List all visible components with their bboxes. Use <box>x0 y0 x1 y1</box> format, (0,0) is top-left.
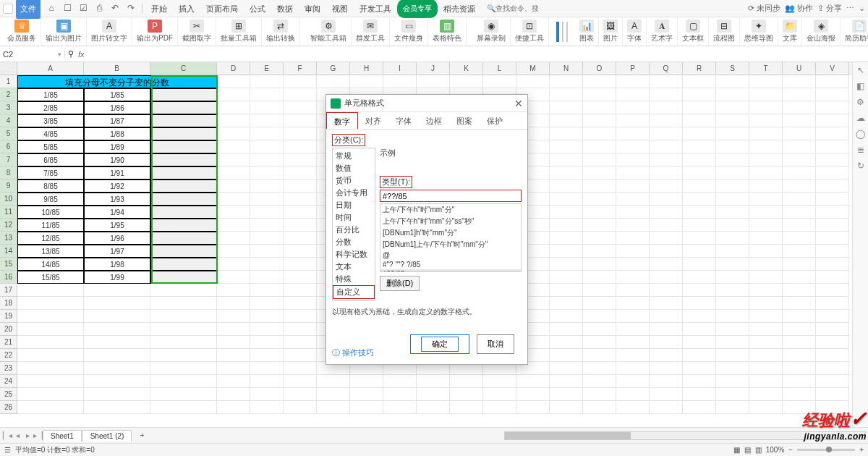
row-header[interactable]: 21 <box>0 336 17 349</box>
cell[interactable] <box>616 180 650 193</box>
cell[interactable] <box>217 153 250 166</box>
rg-resume[interactable]: 📄简历助手 <box>841 17 868 46</box>
cell[interactable] <box>616 101 650 114</box>
cell[interactable] <box>616 401 650 414</box>
cell[interactable] <box>516 375 550 388</box>
cell[interactable] <box>17 401 84 414</box>
cell[interactable] <box>217 375 250 388</box>
col-header[interactable]: J <box>417 62 450 75</box>
cell[interactable] <box>749 388 783 401</box>
cell[interactable] <box>150 349 217 362</box>
cell[interactable] <box>749 101 783 114</box>
cell[interactable] <box>650 323 683 336</box>
rg-smart[interactable]: ⚙智能工具箱 <box>306 17 352 46</box>
cell[interactable] <box>583 336 616 349</box>
cat-date[interactable]: 日期 <box>333 199 375 211</box>
cell[interactable] <box>516 388 550 401</box>
cell[interactable] <box>783 166 816 180</box>
cell[interactable] <box>583 323 616 336</box>
cell[interactable] <box>150 284 217 297</box>
tab-home[interactable]: 开始 <box>145 0 173 17</box>
cell[interactable] <box>616 349 650 362</box>
cell[interactable] <box>217 310 250 323</box>
cell[interactable] <box>250 114 284 127</box>
row-header[interactable]: 14 <box>0 245 17 258</box>
cell[interactable] <box>284 375 317 388</box>
cell[interactable] <box>716 114 749 127</box>
cell[interactable] <box>84 401 150 414</box>
cell[interactable] <box>683 258 716 271</box>
tab-align[interactable]: 对齐 <box>358 112 388 129</box>
col-header[interactable]: L <box>483 62 516 75</box>
col-header[interactable]: R <box>683 62 716 75</box>
cell[interactable] <box>250 88 284 101</box>
cell[interactable] <box>250 206 284 219</box>
rg-slim[interactable]: ▭文件瘦身 <box>390 17 428 46</box>
cell[interactable] <box>616 114 650 127</box>
cell[interactable] <box>217 284 250 297</box>
tab-dev[interactable]: 开发工具 <box>354 0 397 17</box>
cell[interactable] <box>550 114 583 127</box>
cell[interactable] <box>150 193 217 206</box>
cell[interactable] <box>783 140 816 153</box>
fmt-item[interactable]: 上午/下午h"时"mm"分" <box>380 204 521 216</box>
rg-mind[interactable]: ✦思维导图 <box>740 17 778 46</box>
cell[interactable]: 1/97 <box>84 245 150 258</box>
refresh-icon[interactable]: ↻ <box>855 161 867 172</box>
cell[interactable] <box>284 323 317 336</box>
cell[interactable] <box>616 153 650 166</box>
col-header-A[interactable]: A <box>17 62 84 75</box>
cell[interactable] <box>683 336 716 349</box>
cell[interactable] <box>783 388 816 401</box>
cell[interactable] <box>816 180 849 193</box>
rg-batch[interactable]: ⊞批量工具箱 <box>216 17 262 46</box>
cell[interactable]: 1/85 <box>84 88 150 101</box>
cell[interactable]: 7/85 <box>17 166 84 180</box>
cell[interactable] <box>749 323 783 336</box>
cell[interactable] <box>616 75 650 88</box>
cat-general[interactable]: 常规 <box>333 150 375 162</box>
cell[interactable] <box>383 75 417 88</box>
cell[interactable] <box>716 323 749 336</box>
cell[interactable] <box>217 88 250 101</box>
cell[interactable] <box>84 323 150 336</box>
cell[interactable] <box>284 297 317 310</box>
cell[interactable] <box>583 349 616 362</box>
row-header[interactable]: 5 <box>0 127 17 140</box>
cell[interactable] <box>150 401 217 414</box>
cell[interactable] <box>716 271 749 284</box>
cell[interactable] <box>583 388 616 401</box>
cell[interactable] <box>317 375 350 388</box>
row-header[interactable]: 3 <box>0 101 17 114</box>
cell[interactable] <box>783 219 816 232</box>
cell[interactable] <box>550 153 583 166</box>
col-header[interactable]: V <box>816 62 849 75</box>
cell[interactable] <box>583 127 616 140</box>
cell[interactable] <box>716 127 749 140</box>
cell[interactable]: 15/85 <box>17 271 84 284</box>
cell[interactable] <box>284 166 317 180</box>
tab-layout[interactable]: 页面布局 <box>200 0 244 17</box>
tab-nav-last[interactable]: ▸▕ <box>33 431 43 439</box>
cell[interactable] <box>550 75 583 88</box>
cell[interactable] <box>383 388 417 401</box>
cell[interactable] <box>683 75 716 88</box>
cell[interactable] <box>217 297 250 310</box>
cell[interactable] <box>816 349 849 362</box>
fmt-item[interactable]: @ <box>380 250 521 260</box>
tab-font[interactable]: 字体 <box>388 112 419 129</box>
cell[interactable]: 13/85 <box>17 245 84 258</box>
cell[interactable] <box>616 375 650 388</box>
tab-data[interactable]: 数据 <box>271 0 299 17</box>
col-header[interactable]: G <box>317 62 350 75</box>
cell[interactable] <box>749 114 783 127</box>
cell[interactable] <box>616 206 650 219</box>
cell[interactable] <box>217 401 250 414</box>
cell[interactable] <box>650 375 683 388</box>
cell[interactable] <box>616 219 650 232</box>
cell[interactable] <box>783 245 816 258</box>
tab-nav-first[interactable]: ▏◂ <box>2 431 12 439</box>
cell[interactable] <box>550 323 583 336</box>
cell[interactable] <box>217 258 250 271</box>
row-header[interactable]: 8 <box>0 166 17 180</box>
